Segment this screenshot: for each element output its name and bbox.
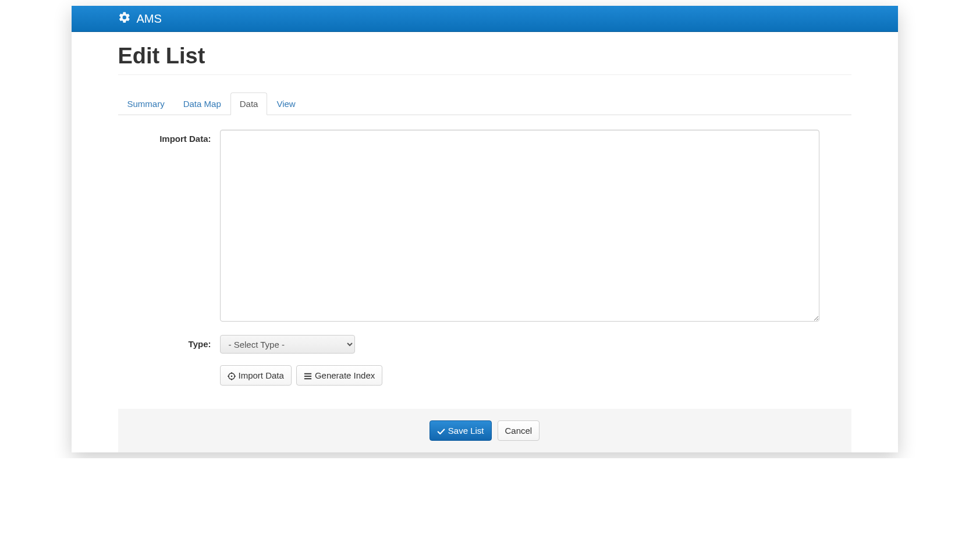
type-select-wrapper: - Select Type -: [220, 335, 355, 354]
page-title: Edit List: [118, 44, 851, 75]
import-data-field-wrap: [220, 130, 819, 323]
tab-summary-link[interactable]: Summary: [118, 92, 174, 115]
app-name: AMS: [137, 12, 162, 26]
gear-icon: [118, 11, 131, 27]
cancel-button[interactable]: Cancel: [498, 420, 540, 441]
action-buttons-row: Import Data Generate Index: [220, 365, 819, 386]
import-data-label: Import Data:: [118, 130, 220, 323]
import-data-textarea[interactable]: [220, 130, 819, 322]
import-data-button-label: Import Data: [239, 369, 284, 381]
page-wrapper: AMS Edit List Summary Data Map Data View…: [72, 6, 898, 452]
tab-data: Data: [230, 92, 268, 115]
buttons-spacer-label: [118, 365, 220, 386]
form-group-buttons: Import Data Generate Index: [118, 365, 851, 386]
cancel-button-label: Cancel: [505, 425, 533, 437]
nav-tabs: Summary Data Map Data View: [118, 92, 851, 115]
list-icon: [304, 369, 312, 381]
svg-rect-8: [304, 378, 311, 379]
save-list-button[interactable]: Save List: [430, 420, 492, 441]
type-select[interactable]: - Select Type -: [221, 336, 354, 353]
save-list-button-label: Save List: [448, 425, 484, 437]
check-icon: [437, 425, 445, 437]
type-label: Type:: [118, 335, 220, 354]
navbar: AMS: [72, 6, 898, 32]
tab-view-link[interactable]: View: [267, 92, 304, 115]
type-field-wrap: - Select Type -: [220, 335, 819, 354]
tab-content: Import Data: Type: - Select Type -: [118, 115, 851, 386]
footer-actions: Save List Cancel: [118, 409, 851, 452]
svg-rect-6: [304, 373, 311, 374]
generate-index-button-label: Generate Index: [315, 369, 375, 381]
form-group-import-data: Import Data:: [118, 130, 851, 323]
tab-summary: Summary: [118, 92, 174, 115]
import-data-button[interactable]: Import Data: [220, 365, 292, 386]
tab-view: View: [267, 92, 304, 115]
tab-data-map-link[interactable]: Data Map: [174, 92, 230, 115]
generate-index-button[interactable]: Generate Index: [296, 365, 382, 386]
main-container: Edit List Summary Data Map Data View Imp…: [72, 32, 898, 452]
svg-rect-7: [304, 376, 311, 377]
svg-point-1: [230, 376, 232, 377]
tab-data-map: Data Map: [174, 92, 230, 115]
navbar-brand[interactable]: AMS: [118, 11, 162, 27]
target-icon: [228, 369, 236, 381]
form-group-type: Type: - Select Type -: [118, 335, 851, 354]
tab-data-link[interactable]: Data: [230, 92, 268, 115]
